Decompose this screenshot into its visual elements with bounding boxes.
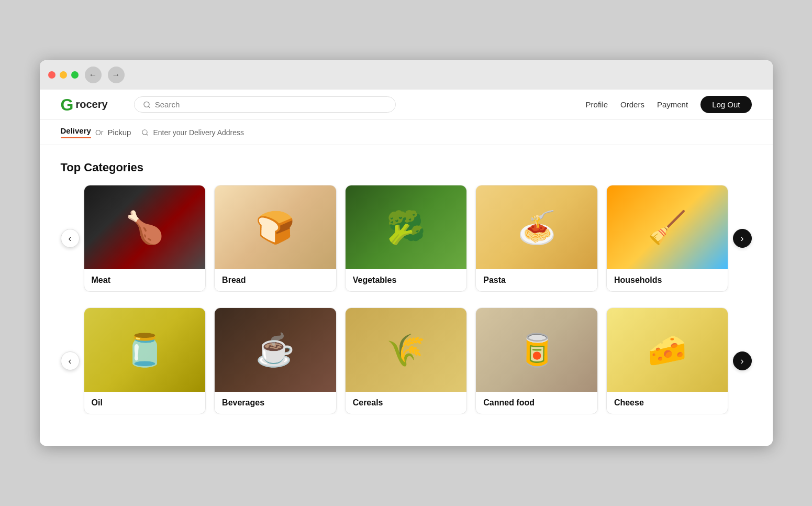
logout-button[interactable]: Log Out bbox=[700, 96, 751, 113]
scroll-left-btn-2[interactable]: ‹ bbox=[61, 351, 80, 370]
vegetables-image bbox=[346, 185, 467, 269]
beverages-image bbox=[215, 308, 336, 392]
category-card-meat[interactable]: Meat bbox=[84, 185, 206, 292]
bread-label: Bread bbox=[215, 269, 336, 291]
pickup-tab[interactable]: Pickup bbox=[107, 128, 131, 137]
category-card-beverages[interactable]: Beverages bbox=[214, 307, 337, 414]
category-card-vegetables[interactable]: Vegetables bbox=[345, 185, 468, 292]
logo[interactable]: G rocery bbox=[61, 96, 124, 113]
scroll-left-btn-1[interactable]: ‹ bbox=[61, 229, 80, 248]
category-row-2: ‹ Oil Beverages Cereals bbox=[61, 307, 752, 414]
categories-row-2: Oil Beverages Cereals Canned food bbox=[80, 307, 733, 414]
vegetables-label: Vegetables bbox=[346, 269, 467, 291]
oil-label: Oil bbox=[84, 392, 206, 414]
pasta-label: Pasta bbox=[476, 269, 597, 291]
address-input[interactable]: Enter your Delivery Address bbox=[141, 128, 244, 137]
cheese-label: Cheese bbox=[607, 392, 728, 414]
or-separator: Or bbox=[95, 128, 104, 137]
category-card-households[interactable]: Households bbox=[606, 185, 729, 292]
close-button[interactable] bbox=[48, 71, 55, 79]
cereals-label: Cereals bbox=[346, 392, 467, 414]
meat-label: Meat bbox=[84, 269, 206, 291]
location-icon bbox=[141, 129, 149, 136]
search-icon bbox=[143, 101, 151, 109]
households-label: Households bbox=[607, 269, 728, 291]
cereals-image bbox=[346, 308, 467, 392]
search-input[interactable] bbox=[155, 100, 387, 109]
oil-image bbox=[84, 308, 206, 392]
back-button[interactable]: ← bbox=[85, 67, 102, 83]
profile-link[interactable]: Profile bbox=[586, 100, 608, 109]
scroll-right-btn-1[interactable]: › bbox=[733, 229, 752, 248]
section-title: Top Categories bbox=[61, 161, 752, 174]
households-image bbox=[607, 185, 728, 269]
category-card-pasta[interactable]: Pasta bbox=[475, 185, 598, 292]
category-card-canned-food[interactable]: Canned food bbox=[475, 307, 598, 414]
maximize-button[interactable] bbox=[71, 71, 79, 79]
minimize-button[interactable] bbox=[60, 71, 67, 79]
meat-image bbox=[84, 185, 206, 269]
search-bar[interactable] bbox=[134, 96, 396, 113]
header-nav: Profile Orders Payment Log Out bbox=[586, 96, 752, 113]
categories-row-1: Meat Bread Vegetables Pasta bbox=[80, 185, 733, 292]
category-card-cereals[interactable]: Cereals bbox=[345, 307, 468, 414]
category-card-bread[interactable]: Bread bbox=[214, 185, 337, 292]
category-row-1: ‹ Meat Bread Vegetables bbox=[61, 185, 752, 292]
canned-food-label: Canned food bbox=[476, 392, 597, 414]
canned-food-image bbox=[476, 308, 597, 392]
logo-text: rocery bbox=[75, 98, 107, 111]
delivery-bar: Delivery Or Pickup Enter your Delivery A… bbox=[40, 120, 773, 145]
browser-chrome: ← → bbox=[40, 60, 773, 90]
logo-icon: G bbox=[61, 96, 74, 113]
scroll-right-btn-2[interactable]: › bbox=[733, 351, 752, 370]
category-card-oil[interactable]: Oil bbox=[84, 307, 206, 414]
beverages-label: Beverages bbox=[215, 392, 336, 414]
address-placeholder-text: Enter your Delivery Address bbox=[153, 128, 244, 137]
app-content: G rocery Profile Orders Payment Log Out … bbox=[40, 90, 773, 446]
header: G rocery Profile Orders Payment Log Out bbox=[40, 90, 773, 120]
cheese-image bbox=[607, 308, 728, 392]
delivery-tab[interactable]: Delivery bbox=[61, 126, 91, 138]
category-card-cheese[interactable]: Cheese bbox=[606, 307, 729, 414]
svg-line-1 bbox=[148, 106, 150, 107]
forward-button[interactable]: → bbox=[108, 67, 125, 83]
orders-link[interactable]: Orders bbox=[620, 100, 644, 109]
traffic-lights bbox=[48, 71, 79, 79]
main-content: Top Categories ‹ Meat Bread Vegetab bbox=[40, 145, 773, 446]
browser-window: ← → G rocery Profile Orders Payment bbox=[40, 60, 773, 446]
svg-line-3 bbox=[147, 134, 148, 135]
payment-link[interactable]: Payment bbox=[657, 100, 688, 109]
bread-image bbox=[215, 185, 336, 269]
pasta-image bbox=[476, 185, 597, 269]
